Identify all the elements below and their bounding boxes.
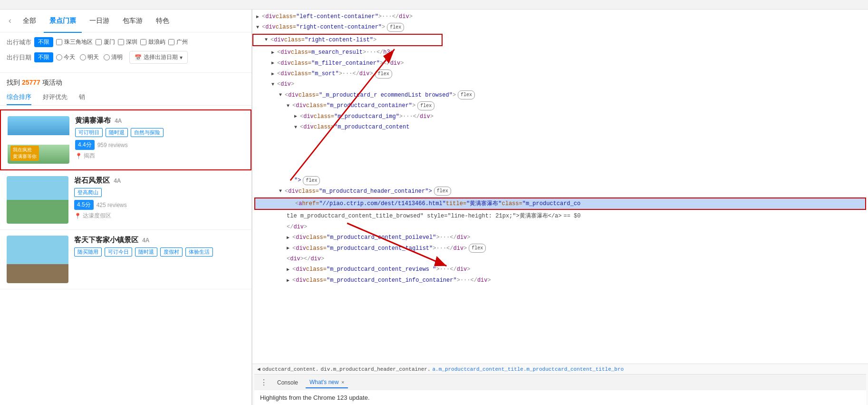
devtools-footer: ◀ oductcard_content. div.m_productcard_h…	[252, 364, 868, 405]
tree-line-5: ▶ <div class="m_sort" > ··· </div> flex	[252, 69, 868, 79]
breadcrumb-item-1[interactable]: oductcard_content.	[262, 366, 319, 372]
tree-line-16[interactable]: <a href="//piao.ctrip.com/dest/t1413466.…	[254, 198, 866, 210]
tree-line-17: tle m_productcard_content_title_browsed"…	[252, 211, 868, 221]
tag-bookable: 可订明日	[75, 128, 103, 137]
city-checkbox-xiamen[interactable]: 厦门	[96, 38, 115, 46]
product-name-2: 岩石风景区 4A	[74, 176, 245, 185]
product-level-3: 4A	[142, 237, 149, 244]
whats-new-content: Highlights from the Chrome 123 update.	[254, 390, 866, 405]
html-tree[interactable]: ▶ <div class="left-content-container" > …	[252, 10, 868, 364]
date-filter-row: 出行日期 不限 今天 明天 清明 📅 选择出游日期 ▾	[7, 51, 245, 64]
results-number: 25777	[22, 79, 40, 86]
product-tags-1: 可订明日 随时退 自然与探险	[75, 128, 244, 137]
date-radio-today[interactable]: 今天	[56, 53, 75, 61]
filters-area: 出行城市 不限 珠三角地区 厦门 深圳 鼓浪屿 广州	[0, 32, 251, 73]
product-info-1: 黄满寨瀑布 4A 可订明日 随时退 自然与探险 4.4分 959 reviews…	[69, 116, 244, 164]
tag-today-book: 可订今日	[105, 247, 132, 257]
tree-line-23: ▶ <div class="m_productcard_content_info…	[252, 275, 868, 286]
review-count-1: 959 reviews	[97, 142, 128, 148]
console-tab-whatsnew[interactable]: What's new ×	[306, 377, 348, 388]
product-level-2: 4A	[114, 178, 121, 184]
tree-line-20: ▶ <div class="m_productcard_content_tagl…	[252, 243, 868, 254]
product-image-1: 我在疯抢黄满寨等你	[8, 116, 69, 164]
date-radio-qingming[interactable]: 清明	[104, 53, 123, 61]
product-name-1: 黄满寨瀑布 4A	[75, 116, 244, 125]
rating-row-1: 4.4分 959 reviews	[75, 140, 244, 150]
tree-line-6: ▼ <div >	[252, 79, 868, 89]
console-menu-dots[interactable]: ⋮	[258, 376, 270, 389]
tree-line-9: ▶ <div class="m_productcard_img" > ··· <…	[252, 111, 868, 122]
pin-icon-2: 📍	[74, 213, 81, 219]
tag-type: 自然与探险	[131, 128, 164, 137]
tag-experience: 体验生活	[185, 247, 213, 257]
product-card-2[interactable]: 岩石风景区 4A 登高爬山 4.5分 425 reviews 📍 达濠度假区	[0, 170, 251, 230]
tree-line-22: ▶ <div class="m_productcard_content_revi…	[252, 264, 868, 275]
tree-line-19: ▶ <div class="m_productcard_content_poil…	[252, 232, 868, 243]
devtools-tree-container: ▶ <div class="left-content-container" > …	[252, 10, 868, 364]
tag-refundable: 随时退	[106, 128, 128, 137]
sort-tab-sales[interactable]: 销	[79, 93, 85, 105]
tree-line-4: ▶ <div class="m_filter_container" > </di…	[252, 58, 868, 69]
tree-line-spacer2	[252, 147, 868, 161]
tab-back-button[interactable]: ‹	[5, 14, 15, 28]
date-filter-label: 出行日期	[7, 53, 31, 62]
tab-day-tour[interactable]: 一日游	[84, 13, 115, 29]
tab-tickets[interactable]: 景点门票	[44, 13, 82, 29]
tree-line-3: ▶ <div class=m_search_result > ··· </h3>	[252, 47, 868, 58]
product-badge-1: 我在疯抢黄满寨等你	[10, 146, 39, 161]
whatsnew-close-button[interactable]: ×	[341, 379, 344, 385]
tab-all[interactable]: 全部	[17, 13, 42, 29]
product-tags-2: 登高爬山	[74, 188, 245, 197]
console-tab-console[interactable]: Console	[273, 377, 302, 388]
rating-row-2: 4.5分 425 reviews	[74, 200, 245, 210]
tree-line-1: ▼ <div class="right-content-container" >…	[252, 22, 868, 32]
tree-line-spacer3	[252, 161, 868, 175]
product-name-3: 客天下客家小镇景区 4A	[74, 236, 245, 245]
date-radio-group: 今天 明天 清明	[56, 53, 123, 61]
city-checkbox-shenzhen[interactable]: 深圳	[118, 38, 137, 46]
city-checkbox-pearl[interactable]: 珠三角地区	[56, 38, 93, 46]
results-count: 找到 25777 项活动	[0, 73, 251, 90]
tab-special[interactable]: 特色	[150, 13, 175, 29]
date-radio-tomorrow[interactable]: 明天	[80, 53, 99, 61]
breadcrumb-item-2[interactable]: div.m_productcard_header_container.	[320, 366, 430, 372]
main-area: ‹ 全部 景点门票 一日游 包车游 特色 出行城市 不限 珠三角地区 厦门 深圳	[0, 10, 868, 405]
calendar-icon: 📅	[135, 54, 142, 61]
breadcrumb-toggle-icon[interactable]: ◀	[257, 366, 260, 372]
tag-resort: 度假村	[160, 247, 183, 257]
sort-tab-rating[interactable]: 好评优先	[43, 93, 68, 105]
city-no-limit-tag[interactable]: 不限	[34, 37, 53, 47]
tree-line-15: ▼ <div class="m_productcard_header_conta…	[252, 186, 868, 197]
tabs-row: ‹ 全部 景点门票 一日游 包车游 特色	[0, 10, 251, 32]
product-level-1: 4A	[115, 118, 122, 124]
city-checkbox-guangzhou[interactable]: 广州	[168, 38, 188, 46]
tree-line-7: ▼ <div class="_m_productcard_r ecommendL…	[252, 90, 868, 100]
tree-line-21: <div ></div>	[252, 254, 868, 264]
console-bar: ⋮ Console What's new ×	[254, 374, 866, 390]
product-location-2: 📍 达濠度假区	[74, 212, 245, 220]
pin-icon-1: 📍	[75, 153, 82, 159]
breadcrumb-bar: ◀ oductcard_content. div.m_productcard_h…	[254, 364, 866, 374]
tree-line-spacer1	[252, 132, 868, 147]
sort-tab-comprehensive[interactable]: 综合排序	[7, 93, 31, 105]
tree-line-8: ▼ <div class="m_productcard_container" >…	[252, 100, 868, 111]
right-panel: ▶ <div class="left-content-container" > …	[252, 10, 868, 405]
city-checkbox-gulangyu[interactable]: 鼓浪屿	[140, 38, 165, 46]
product-info-3: 客天下客家小镇景区 4A 随买随用 可订今日 随时退 度假村 体验生活	[68, 236, 245, 283]
rating-badge-2: 4.5分	[74, 200, 94, 210]
product-card-1[interactable]: 我在疯抢黄满寨等你 黄满寨瀑布 4A 可订明日 随时退 自然与探险 4.4分 9…	[0, 109, 251, 170]
product-image-2	[7, 176, 68, 224]
product-card-3[interactable]: 客天下客家小镇景区 4A 随买随用 可订今日 随时退 度假村 体验生活	[0, 230, 251, 289]
tree-line-0: ▶ <div class="left-content-container" > …	[252, 11, 868, 22]
breadcrumb-item-3[interactable]: a.m_productcard_content_title.m_productc…	[433, 366, 624, 372]
city-filter-row: 出行城市 不限 珠三角地区 厦门 深圳 鼓浪屿 广州	[7, 37, 245, 47]
top-bar	[0, 0, 868, 10]
date-no-limit-tag[interactable]: 不限	[34, 52, 53, 62]
console-tab-area: ⋮ Console What's new ×	[254, 375, 352, 390]
tree-line-2: ▼ <div class="right-content-list" >	[252, 34, 443, 46]
product-list: 我在疯抢黄满寨等你 黄满寨瀑布 4A 可订明日 随时退 自然与探险 4.4分 9…	[0, 106, 251, 405]
tag-hiking: 登高爬山	[74, 188, 102, 197]
date-picker-button[interactable]: 📅 选择出游日期 ▾	[129, 51, 188, 64]
tree-line-14: "> flex	[252, 175, 868, 186]
tab-car-tour[interactable]: 包车游	[117, 13, 148, 29]
